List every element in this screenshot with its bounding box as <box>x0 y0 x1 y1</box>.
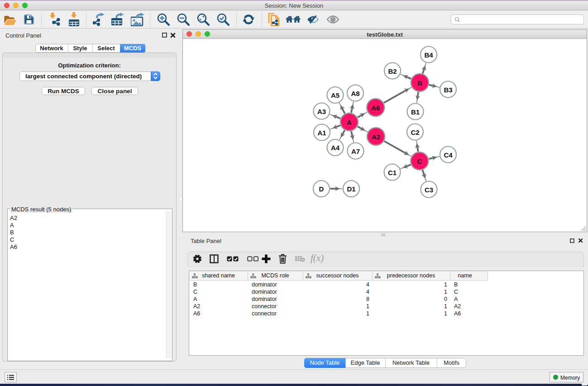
svg-text:C3: C3 <box>425 186 433 194</box>
svg-text:C2: C2 <box>411 129 419 136</box>
svg-text:B1: B1 <box>411 108 420 116</box>
svg-text:A2: A2 <box>372 133 380 141</box>
svg-text:A8: A8 <box>351 90 359 97</box>
svg-text:B4: B4 <box>424 51 433 59</box>
svg-text:C4: C4 <box>444 151 453 159</box>
svg-text:A4: A4 <box>331 144 340 152</box>
svg-text:B2: B2 <box>388 67 397 75</box>
svg-text:D1: D1 <box>347 185 355 193</box>
svg-text:B3: B3 <box>444 86 452 94</box>
svg-text:A7: A7 <box>351 148 360 155</box>
svg-text:A3: A3 <box>317 108 326 115</box>
svg-text:C: C <box>417 157 422 165</box>
svg-text:D: D <box>319 185 324 193</box>
svg-text:A1: A1 <box>317 129 326 137</box>
svg-text:A6: A6 <box>371 104 380 112</box>
svg-text:A: A <box>347 119 352 126</box>
svg-text:C1: C1 <box>388 169 397 176</box>
svg-text:A5: A5 <box>331 91 339 99</box>
svg-text:B: B <box>417 79 422 87</box>
